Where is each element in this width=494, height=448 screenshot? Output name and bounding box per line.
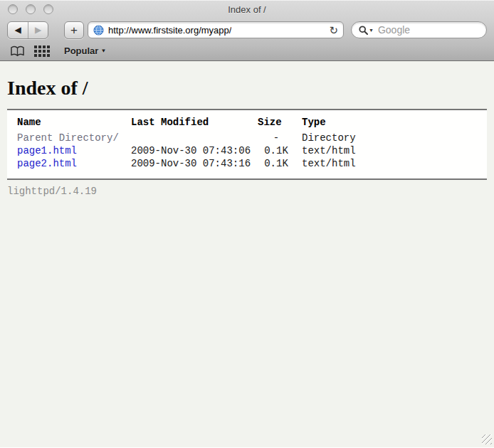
table-row: Parent Directory/ - Directory xyxy=(17,132,356,144)
search-dropdown-icon: ▼ xyxy=(369,28,374,33)
url-text: http://www.firstsite.org/myapp/ xyxy=(108,25,231,36)
server-version-text: lighttpd/1.4.19 xyxy=(7,186,494,197)
bookmarks-book-button[interactable] xyxy=(10,46,25,57)
plus-icon: + xyxy=(70,24,78,36)
forward-button[interactable]: ▶ xyxy=(28,22,48,38)
search-field[interactable]: ▼ Google xyxy=(351,21,487,38)
directory-listing: Name Last Modified Size Type Parent Dire… xyxy=(7,109,487,180)
cell-type: text/html xyxy=(295,157,356,170)
page-title: Index of / xyxy=(0,61,494,100)
toolbar: ◀ ▶ + http://www.firstsite.org/myapp/ xyxy=(0,19,494,41)
cell-modified: 2009-Nov-30 07:43:16 xyxy=(131,157,258,170)
bookmark-item-popular[interactable]: Popular ▼ xyxy=(64,46,106,56)
table-row: page2.html 2009-Nov-30 07:43:16 0.1K tex… xyxy=(17,157,356,170)
page2-link[interactable]: page2.html xyxy=(17,158,77,169)
browser-window: Index of / ◀ ▶ + xyxy=(0,0,494,448)
back-forward-control: ◀ ▶ xyxy=(7,21,48,39)
column-header-modified: Last Modified xyxy=(131,116,258,132)
cell-size: 0.1K xyxy=(258,144,295,157)
directory-table: Name Last Modified Size Type Parent Dire… xyxy=(17,116,356,170)
forward-icon: ▶ xyxy=(35,25,41,35)
refresh-icon[interactable]: ↻ xyxy=(329,25,338,36)
parent-directory-link[interactable]: Parent Directory/ xyxy=(17,132,119,144)
page-content: Index of / Name Last Modified Size Type … xyxy=(0,61,494,447)
resize-grip[interactable] xyxy=(482,434,492,444)
column-header-name: Name xyxy=(17,116,131,132)
chevron-down-icon: ▼ xyxy=(100,48,106,54)
back-icon: ◀ xyxy=(14,25,21,35)
search-icon[interactable]: ▼ xyxy=(359,26,374,35)
column-header-size: Size xyxy=(258,116,295,132)
browser-chrome: Index of / ◀ ▶ + xyxy=(0,0,494,61)
add-bookmark-button[interactable]: + xyxy=(64,21,84,39)
open-book-icon xyxy=(10,46,25,57)
cell-type: text/html xyxy=(295,144,356,157)
cell-type: Directory xyxy=(295,132,356,144)
titlebar[interactable]: Index of / xyxy=(0,0,494,19)
cell-size: 0.1K xyxy=(258,157,295,170)
column-header-type: Type xyxy=(295,116,356,132)
window-title: Index of / xyxy=(0,0,494,19)
table-header-row: Name Last Modified Size Type xyxy=(17,116,356,132)
cell-modified: 2009-Nov-30 07:43:06 xyxy=(131,144,258,157)
bookmark-popular-label: Popular xyxy=(64,46,98,56)
back-button[interactable]: ◀ xyxy=(8,22,28,38)
table-row: page1.html 2009-Nov-30 07:43:06 0.1K tex… xyxy=(17,144,356,157)
bookmarks-bar: Popular ▼ xyxy=(0,41,494,61)
cell-modified xyxy=(131,132,258,144)
search-placeholder: Google xyxy=(378,24,410,36)
cell-size: - xyxy=(258,132,295,144)
bookmark-grid-button[interactable] xyxy=(34,46,50,57)
globe-favicon-icon xyxy=(93,25,104,36)
address-bar[interactable]: http://www.firstsite.org/myapp/ ↻ xyxy=(88,21,344,38)
page1-link[interactable]: page1.html xyxy=(17,145,77,156)
